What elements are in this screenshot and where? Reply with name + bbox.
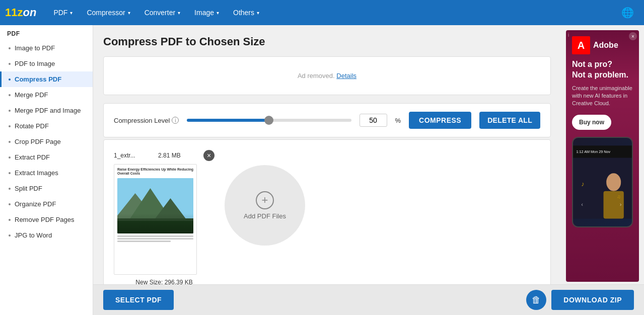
ad-phone-mockup: phone status bar 1:12 AM Mon 29 Nov ♪ ♫	[572, 137, 633, 227]
main-content-area: Compress PDF to Chosen Size Ad removed. …	[93, 25, 644, 315]
sidebar-item-remove-pdf-pages[interactable]: Remove PDF Pages	[0, 212, 93, 227]
right-ad-panel: i × A Adobe Not a pro?Not a problem. Cre…	[561, 25, 644, 284]
delete-trash-button[interactable]: 🗑	[526, 290, 546, 310]
svg-point-9	[606, 173, 621, 191]
nav-others[interactable]: Others ▾	[226, 0, 266, 25]
pdf-thumbnail: Raise Energy Efficiencies Up While Reduc…	[114, 164, 197, 275]
file-area: 1_extr... 2.81 MB × Raise Energy Efficie…	[103, 139, 551, 284]
sidebar-item-rotate-pdf[interactable]: Rotate PDF	[0, 118, 93, 134]
sidebar-item-merge-pdf[interactable]: Merge PDF	[0, 87, 93, 103]
svg-text:1:12 AM  Mon 29 Nov: 1:12 AM Mon 29 Nov	[576, 149, 610, 154]
sidebar-item-split-pdf[interactable]: Split PDF	[0, 181, 93, 196]
nav-compressor-chevron: ▾	[128, 10, 130, 16]
content-with-ad: Compress PDF to Chosen Size Ad removed. …	[93, 25, 644, 284]
pdf-thumbnail-inner: Raise Energy Efficiencies Up While Reduc…	[114, 165, 196, 245]
nav-others-chevron: ▾	[257, 10, 259, 16]
sidebar-item-extract-images[interactable]: Extract Images	[0, 165, 93, 181]
pdf-thumb-line-1	[117, 235, 193, 237]
sidebar-item-pdf-to-image[interactable]: PDF to Image	[0, 56, 93, 71]
site-logo[interactable]: 11zon	[5, 6, 36, 19]
slider-container	[187, 119, 351, 122]
pdf-card-header: 1_extr... 2.81 MB ×	[114, 150, 214, 161]
ad-removed-text: Ad removed.	[298, 72, 335, 80]
sidebar-item-merge-pdf-image[interactable]: Merge PDF and Image	[0, 103, 93, 118]
nav-converter[interactable]: Converter ▾	[137, 0, 187, 25]
ad-info-icon[interactable]: i	[568, 32, 569, 38]
language-icon[interactable]: 🌐	[616, 7, 639, 19]
compression-percent-input[interactable]	[360, 114, 387, 127]
add-pdf-button[interactable]: + Add PDF Files	[225, 165, 305, 246]
ad-cta-button[interactable]: Buy now	[572, 115, 611, 130]
sidebar: PDF Image to PDF PDF to Image Compress P…	[0, 25, 93, 315]
page-title: Compress PDF to Chosen Size	[103, 35, 551, 48]
nav-image-chevron: ▾	[217, 10, 219, 16]
svg-rect-4	[117, 218, 193, 233]
nav-compressor[interactable]: Compressor ▾	[80, 0, 137, 25]
svg-text:›: ›	[620, 201, 622, 207]
pdf-remove-button[interactable]: ×	[203, 150, 214, 161]
add-pdf-plus-icon: +	[256, 191, 274, 209]
pdf-filesize: 2.81 MB	[158, 152, 181, 159]
add-pdf-label: Add PDF Files	[244, 212, 286, 220]
delete-all-button[interactable]: DELETE ALL	[479, 112, 540, 129]
navbar: 11zon PDF ▾ Compressor ▾ Converter ▾ Ima…	[0, 0, 644, 25]
sidebar-item-image-to-pdf[interactable]: Image to PDF	[0, 40, 93, 56]
svg-text:‹: ‹	[581, 201, 583, 207]
sidebar-item-organize-pdf[interactable]: Organize PDF	[0, 196, 93, 212]
ad-content: i × A Adobe Not a pro?Not a problem. Cre…	[566, 30, 639, 282]
select-pdf-button[interactable]: SELECT PDF	[103, 290, 174, 310]
pdf-thumb-text-lines	[117, 235, 193, 242]
nav-image-label: Image	[194, 9, 214, 17]
bottom-bar: SELECT PDF 🗑 DOWNLOAD ZIP	[93, 284, 644, 315]
sidebar-item-crop-pdf-page[interactable]: Crop PDF Page	[0, 134, 93, 149]
logo-text: 11zon	[5, 6, 36, 19]
pdf-thumb-image	[117, 178, 193, 233]
ad-headline: Not a pro?Not a problem.	[572, 59, 633, 81]
compression-slider[interactable]	[187, 119, 351, 122]
nav-others-label: Others	[233, 9, 254, 17]
app-layout: PDF Image to PDF PDF to Image Compress P…	[0, 25, 644, 315]
pdf-filename: 1_extr...	[114, 152, 135, 159]
trash-icon: 🗑	[532, 295, 541, 305]
nav-converter-chevron: ▾	[178, 10, 180, 16]
svg-text:♪: ♪	[581, 180, 584, 188]
nav-converter-label: Converter	[145, 9, 175, 17]
compress-button[interactable]: COMPRESS	[409, 112, 471, 129]
download-zip-button[interactable]: DOWNLOAD ZIP	[551, 290, 634, 310]
compression-level-label: Compression Level i	[114, 117, 179, 124]
adobe-logo: A	[572, 36, 590, 54]
sidebar-item-jpg-to-word[interactable]: JPG to Word	[0, 227, 93, 243]
pdf-thumb-line-2	[117, 238, 193, 240]
nav-pdf[interactable]: PDF ▾	[46, 0, 80, 25]
pdf-thumb-title: Raise Energy Efficiencies Up While Reduc…	[117, 168, 193, 176]
svg-rect-5	[117, 221, 193, 233]
percent-symbol: %	[395, 117, 401, 124]
sidebar-item-compress-pdf[interactable]: Compress PDF	[0, 71, 93, 87]
pdf-thumb-line-3	[117, 241, 171, 242]
nav-compressor-label: Compressor	[87, 9, 125, 17]
main-panel: Compress PDF to Chosen Size Ad removed. …	[93, 25, 561, 284]
pdf-card: 1_extr... 2.81 MB × Raise Energy Efficie…	[114, 150, 214, 284]
sidebar-item-extract-pdf[interactable]: Extract PDF	[0, 149, 93, 165]
ad-logo-area: A Adobe	[572, 36, 633, 54]
ad-body: Create the unimaginable with new AI feat…	[572, 85, 633, 108]
compression-info-icon[interactable]: i	[172, 117, 179, 124]
nav-image[interactable]: Image ▾	[187, 0, 226, 25]
ad-banner: Ad removed. Details	[103, 56, 551, 95]
compress-controls: Compression Level i % COMPRESS DELETE AL…	[103, 103, 551, 137]
nav-pdf-chevron: ▾	[70, 10, 73, 16]
ad-details-link[interactable]: Details	[336, 72, 356, 80]
nav-pdf-label: PDF	[53, 9, 67, 17]
pdf-new-size: New Size: 296.39 KB	[114, 279, 214, 284]
adobe-name: Adobe	[593, 41, 618, 50]
svg-text:♫: ♫	[617, 194, 620, 199]
ad-phone-screen: phone status bar 1:12 AM Mon 29 Nov ♪ ♫	[573, 138, 632, 226]
ad-close-icon[interactable]: ×	[629, 32, 637, 40]
nav-items: PDF ▾ Compressor ▾ Converter ▾ Image ▾ O…	[46, 0, 616, 25]
sidebar-section-title: PDF	[0, 25, 93, 40]
